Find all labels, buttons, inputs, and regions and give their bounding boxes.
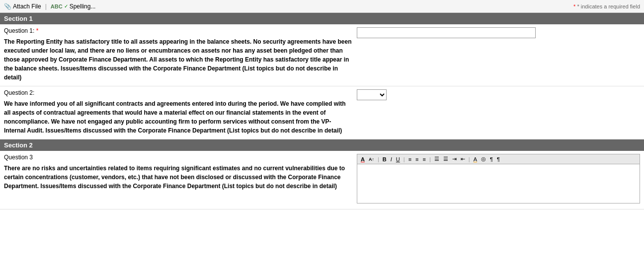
question1-right <box>352 27 640 38</box>
question1-left: Question 1: * The Reporting Entity has s… <box>4 27 352 82</box>
rt-sep3: | <box>429 156 431 162</box>
main-content: Section 1 Question 1: * The Reporting En… <box>0 13 644 271</box>
question1-row: Question 1: * The Reporting Entity has s… <box>4 27 640 82</box>
question1-required-star: * <box>36 27 39 34</box>
paperclip-icon: 📎 <box>4 3 11 10</box>
question3-left: Question 3 There are no risks and uncert… <box>4 154 352 191</box>
spelling-label: Spelling... <box>70 3 96 10</box>
rt-bullet-list-button[interactable]: ☰ <box>433 155 441 163</box>
question1-label: Question 1: * <box>4 27 352 34</box>
spelling-check-icon: ✓ <box>64 3 68 9</box>
rt-bold-button[interactable]: B <box>381 156 388 163</box>
question3-textarea[interactable] <box>357 164 640 203</box>
question2-right: Yes No <box>352 89 640 100</box>
question2-left: Question 2: We have informed you of all … <box>4 89 352 135</box>
rt-underline-button[interactable]: U <box>395 156 402 163</box>
rt-highlight-button[interactable]: A <box>472 156 479 163</box>
question2-row: Question 2: We have informed you of all … <box>4 89 640 135</box>
required-note: * * indicates a required field <box>573 3 640 9</box>
rt-align-right-button[interactable]: ≡ <box>421 156 427 163</box>
required-star: * <box>573 3 575 9</box>
rt-sep2: | <box>403 156 405 162</box>
toolbar-left: 📎 Attach File | ABC ✓ Spelling... <box>4 3 95 10</box>
question3-block: Question 3 There are no risks and uncert… <box>0 151 644 209</box>
spelling-icon: ABC <box>51 3 63 9</box>
question3-right: A A↑ | B I U | ≡ ≡ ≡ | ☰ ☰ ⇥ ⇤ | A <box>352 154 640 205</box>
rt-font-color-button[interactable]: A <box>359 156 366 163</box>
rt-extra-button[interactable]: ¶ <box>495 156 501 163</box>
rt-italic-button[interactable]: I <box>389 156 394 163</box>
rt-outdent-button[interactable]: ⇤ <box>459 155 467 163</box>
question2-label: Question 2: <box>4 89 352 96</box>
section2-header: Section 2 <box>0 139 644 151</box>
rt-align-center-button[interactable]: ≡ <box>414 156 420 163</box>
question1-block: Question 1: * The Reporting Entity has s… <box>0 24 644 86</box>
question3-text: There are no risks and uncertainties rel… <box>4 164 352 191</box>
section1-header: Section 1 <box>0 13 644 24</box>
rt-sep4: | <box>469 156 470 162</box>
question2-text: We have informed you of all significant … <box>4 99 352 135</box>
question2-block: Question 2: We have informed you of all … <box>0 86 644 139</box>
rt-para-button[interactable]: ¶ <box>488 156 494 163</box>
rt-indent-button[interactable]: ⇥ <box>451 155 458 163</box>
rt-font-size-button[interactable]: A↑ <box>367 156 376 162</box>
question1-text: The Reporting Entity has satisfactory ti… <box>4 37 352 82</box>
toolbar: 📎 Attach File | ABC ✓ Spelling... * * in… <box>0 0 644 13</box>
attach-file-button[interactable]: 📎 Attach File <box>4 3 41 10</box>
rt-insert-button[interactable]: ◎ <box>480 155 487 163</box>
question2-dropdown[interactable]: Yes No <box>357 89 387 100</box>
question3-row: Question 3 There are no risks and uncert… <box>4 154 640 205</box>
rt-sep1: | <box>378 156 379 162</box>
question3-label: Question 3 <box>4 154 352 161</box>
toolbar-separator: | <box>45 3 47 10</box>
attach-file-label: Attach File <box>13 3 41 10</box>
rich-text-container <box>357 164 640 205</box>
rt-num-list-button[interactable]: ☰ <box>442 155 450 163</box>
question1-input[interactable] <box>357 27 536 38</box>
spelling-button[interactable]: ABC ✓ Spelling... <box>51 3 96 10</box>
rich-text-toolbar: A A↑ | B I U | ≡ ≡ ≡ | ☰ ☰ ⇥ ⇤ | A <box>357 154 640 164</box>
rt-align-left-button[interactable]: ≡ <box>407 156 413 163</box>
